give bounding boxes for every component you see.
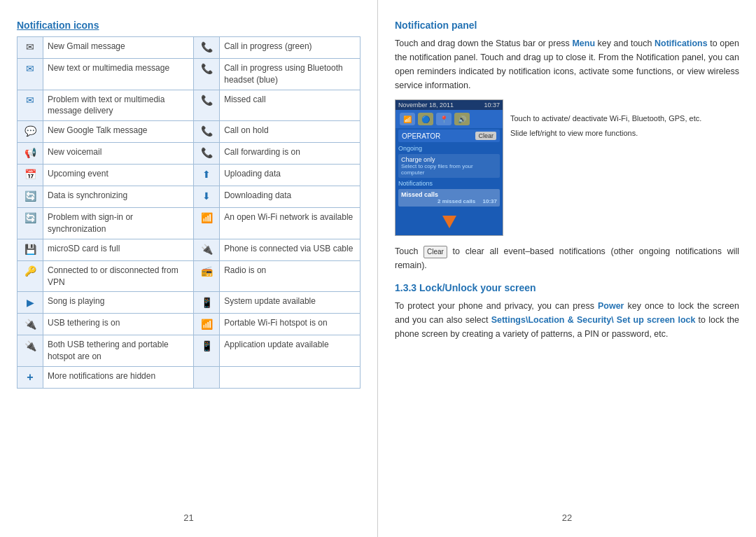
table-row: 🔌 USB tethering is on 📶 Portable Wi-Fi h… bbox=[18, 314, 360, 335]
text-cell: Missed call bbox=[220, 90, 360, 121]
icon-cell: 🔌 bbox=[18, 314, 43, 335]
text-cell: Call forwarding is on bbox=[220, 143, 360, 165]
icon-cell: ⬇ bbox=[194, 186, 220, 208]
left-page: Notification icons ✉ New Gmail message 📞… bbox=[0, 0, 378, 537]
call-bluetooth-icon: 📞 bbox=[198, 62, 215, 76]
section-133-title: 1.3.3 Lock/Unlock your screen bbox=[395, 282, 739, 293]
text-cell: Problem with sign-in or synchronization bbox=[43, 208, 194, 239]
table-row: 🔑 Connected to or disconnected from VPN … bbox=[18, 260, 360, 292]
usb-connected-icon: 🔌 bbox=[198, 243, 215, 257]
wifi-toggle-btn[interactable]: 📶 bbox=[400, 113, 415, 125]
sync-error-icon: 🔄 bbox=[22, 211, 38, 225]
left-page-number: 21 bbox=[17, 504, 360, 523]
bluetooth-toggle-btn[interactable]: 🔵 bbox=[418, 113, 433, 125]
phone-clear-btn[interactable]: Clear bbox=[475, 132, 496, 140]
text-cell: Phone is connected via USB cable bbox=[220, 239, 360, 260]
system-update-icon: 📱 bbox=[198, 295, 215, 309]
notif-panel-title: Notification panel bbox=[395, 20, 739, 31]
text-cell: Call in progress (green) bbox=[220, 37, 360, 59]
missed-calls-label: Missed calls bbox=[401, 191, 497, 198]
vpn-icon: 🔑 bbox=[22, 265, 38, 279]
icon-cell: 🔌 bbox=[18, 335, 43, 367]
phone-screen: November 18, 2011 10:37 📶 🔵 📍 🔊 OPERATOR… bbox=[395, 99, 503, 236]
left-section-title: Notification icons bbox=[17, 20, 360, 31]
sound-toggle-btn[interactable]: 🔊 bbox=[454, 113, 470, 125]
text-cell: Portable Wi-Fi hotspot is on bbox=[220, 314, 360, 335]
icon-cell: ✉ bbox=[18, 37, 43, 59]
text-cell: Application update available bbox=[220, 335, 360, 367]
table-row: 🔄 Problem with sign-in or synchronizatio… bbox=[18, 208, 360, 239]
missed-call-icon: 📞 bbox=[198, 94, 215, 108]
icon-cell: 📞 bbox=[194, 121, 220, 143]
text-cell: Both USB tethering and portable hotspot … bbox=[43, 335, 194, 367]
phone-notif-section: Ongoing Charge only Select to copy files… bbox=[398, 144, 500, 207]
upload-icon: ⬆ bbox=[198, 168, 215, 182]
icon-cell: ⬆ bbox=[194, 165, 220, 186]
icon-cell: + bbox=[18, 366, 43, 388]
phone-notif-header-notif: Notifications bbox=[398, 179, 500, 188]
table-row: 💾 microSD card is full 🔌 Phone is connec… bbox=[18, 239, 360, 260]
usb-tether-icon: 🔌 bbox=[22, 317, 38, 331]
table-row: 💬 New Google Talk message 📞 Call on hold bbox=[18, 121, 360, 143]
text-cell: microSD card is full bbox=[43, 239, 194, 260]
music-play-icon: ▶ bbox=[22, 295, 38, 309]
charging-label: Charge only bbox=[401, 156, 497, 163]
table-row: ▶ Song is playing 📱 System update availa… bbox=[18, 292, 360, 314]
table-row: ✉ New Gmail message 📞 Call in progress (… bbox=[18, 37, 360, 59]
text-cell: Uploading data bbox=[220, 165, 360, 186]
orange-arrow-indicator bbox=[442, 216, 456, 228]
table-row: ✉ Problem with text or multimedia messag… bbox=[18, 90, 360, 121]
icon-cell: 📞 bbox=[194, 37, 220, 59]
table-row: 📅 Upcoming event ⬆ Uploading data bbox=[18, 165, 360, 186]
gps-toggle-btn[interactable]: 📍 bbox=[436, 113, 451, 125]
phone-icons-row: 📶 🔵 📍 🔊 bbox=[396, 110, 503, 128]
text-cell: An open Wi-Fi network is available bbox=[220, 208, 360, 239]
right-page-number: 22 bbox=[395, 504, 739, 523]
lock-unlock-text: To protect your phone and privacy, you c… bbox=[395, 299, 739, 341]
table-row: + More notifications are hidden bbox=[18, 366, 360, 388]
missed-calls-sub: 2 missed calls 10:37 bbox=[401, 198, 497, 204]
icon-cell: ✉ bbox=[18, 59, 43, 90]
call-hold-icon: 📞 bbox=[198, 125, 215, 139]
text-cell: New text or multimedia message bbox=[43, 59, 194, 90]
phone-diagram-area: November 18, 2011 10:37 📶 🔵 📍 🔊 OPERATOR… bbox=[395, 99, 739, 236]
notification-icons-table: ✉ New Gmail message 📞 Call in progress (… bbox=[17, 36, 360, 389]
phone-notif-missed-calls: Missed calls 2 missed calls 10:37 bbox=[398, 189, 500, 207]
text-cell: New Google Talk message bbox=[43, 121, 194, 143]
phone-operator-bar: OPERATOR Clear bbox=[398, 130, 500, 142]
app-update-icon: 📱 bbox=[198, 339, 215, 353]
icon-cell: 📱 bbox=[194, 292, 220, 314]
text-cell: Problem with text or multimedia message … bbox=[43, 90, 194, 121]
radio-icon: 📻 bbox=[198, 265, 215, 279]
more-notif-icon: + bbox=[22, 370, 38, 384]
table-row: 🔌 Both USB tethering and portable hotspo… bbox=[18, 335, 360, 367]
icon-cell: 📅 bbox=[18, 165, 43, 186]
right-page: Notification panel Touch and drag down t… bbox=[378, 0, 756, 537]
diagram-annotations: Touch to activate/ deactivate Wi-Fi, Blu… bbox=[510, 99, 701, 236]
text-cell: USB tethering is on bbox=[43, 314, 194, 335]
text-cell: Radio is on bbox=[220, 260, 360, 292]
icon-cell: 📢 bbox=[18, 143, 43, 165]
table-row: 🔄 Data is synchronizing ⬇ Downloading da… bbox=[18, 186, 360, 208]
phone-operator-label: OPERATOR bbox=[402, 132, 440, 140]
icon-cell: 📞 bbox=[194, 143, 220, 165]
phone-date: November 18, 2011 bbox=[398, 102, 454, 109]
touch-clear-text: Touch Clear to clear all event–based not… bbox=[395, 244, 739, 272]
annotation-slide-text: Slide left/right to view more functions. bbox=[510, 128, 638, 139]
annotation-wifi-text: Touch to activate/ deactivate Wi-Fi, Blu… bbox=[510, 113, 701, 124]
text-cell: Call in progress using Bluetooth headset… bbox=[220, 59, 360, 90]
icon-cell: ▶ bbox=[18, 292, 43, 314]
icon-cell: 🔑 bbox=[18, 260, 43, 292]
wifi-available-icon: 📶 bbox=[198, 211, 215, 225]
icon-cell: 🔄 bbox=[18, 208, 43, 239]
charging-sub: Select to copy files from your computer bbox=[401, 163, 497, 176]
icon-cell: 🔄 bbox=[18, 186, 43, 208]
sms-error-icon: ✉ bbox=[22, 94, 38, 108]
calendar-icon: 📅 bbox=[22, 168, 38, 182]
text-cell: System update available bbox=[220, 292, 360, 314]
text-cell: New Gmail message bbox=[43, 37, 194, 59]
table-row: ✉ New text or multimedia message 📞 Call … bbox=[18, 59, 360, 90]
phone-top-bar: November 18, 2011 10:37 bbox=[396, 100, 503, 110]
text-cell: New voicemail bbox=[43, 143, 194, 165]
icon-cell: 💬 bbox=[18, 121, 43, 143]
